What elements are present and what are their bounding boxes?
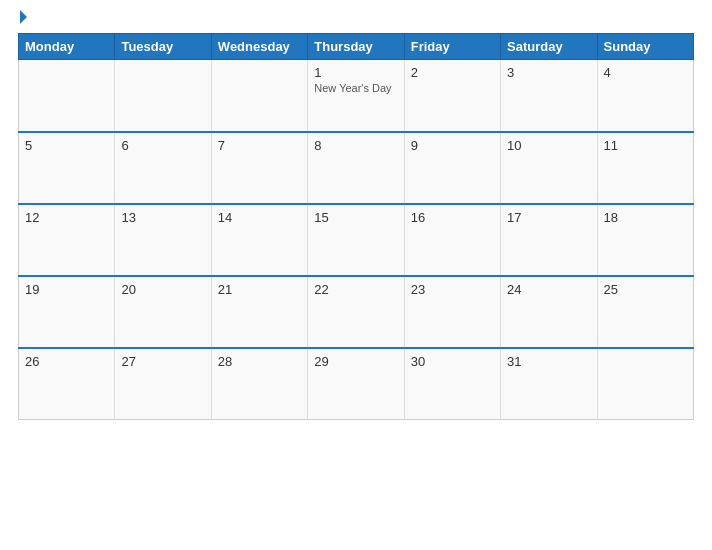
- calendar-week-row: 567891011: [19, 132, 694, 204]
- logo: [18, 10, 27, 25]
- calendar-week-row: 19202122232425: [19, 276, 694, 348]
- calendar-cell: 7: [211, 132, 307, 204]
- day-number: 28: [218, 354, 301, 369]
- calendar-cell: 17: [501, 204, 597, 276]
- calendar-week-row: 262728293031: [19, 348, 694, 420]
- day-number: 18: [604, 210, 687, 225]
- calendar-cell: 3: [501, 60, 597, 132]
- calendar-cell: [211, 60, 307, 132]
- calendar-cell: [597, 348, 693, 420]
- calendar-cell: 29: [308, 348, 404, 420]
- day-number: 12: [25, 210, 108, 225]
- calendar-cell: 4: [597, 60, 693, 132]
- day-header-thursday: Thursday: [308, 34, 404, 60]
- calendar-cell: 31: [501, 348, 597, 420]
- day-number: 6: [121, 138, 204, 153]
- day-header-saturday: Saturday: [501, 34, 597, 60]
- day-number: 19: [25, 282, 108, 297]
- day-header-friday: Friday: [404, 34, 500, 60]
- day-number: 4: [604, 65, 687, 80]
- calendar-cell: 1New Year's Day: [308, 60, 404, 132]
- day-header-sunday: Sunday: [597, 34, 693, 60]
- day-number: 3: [507, 65, 590, 80]
- day-number: 22: [314, 282, 397, 297]
- calendar-cell: 9: [404, 132, 500, 204]
- calendar-cell: [115, 60, 211, 132]
- day-number: 14: [218, 210, 301, 225]
- calendar-cell: 8: [308, 132, 404, 204]
- holiday-label: New Year's Day: [314, 82, 397, 94]
- day-number: 16: [411, 210, 494, 225]
- calendar-cell: 2: [404, 60, 500, 132]
- calendar-cell: 20: [115, 276, 211, 348]
- day-header-tuesday: Tuesday: [115, 34, 211, 60]
- day-header-wednesday: Wednesday: [211, 34, 307, 60]
- day-number: 29: [314, 354, 397, 369]
- calendar-container: MondayTuesdayWednesdayThursdayFridaySatu…: [0, 0, 712, 550]
- calendar-cell: 26: [19, 348, 115, 420]
- day-number: 27: [121, 354, 204, 369]
- calendar-cell: 27: [115, 348, 211, 420]
- calendar-cell: 24: [501, 276, 597, 348]
- calendar-cell: 16: [404, 204, 500, 276]
- calendar-cell: 11: [597, 132, 693, 204]
- calendar-cell: 30: [404, 348, 500, 420]
- day-number: 9: [411, 138, 494, 153]
- day-number: 11: [604, 138, 687, 153]
- calendar-table: MondayTuesdayWednesdayThursdayFridaySatu…: [18, 33, 694, 420]
- day-number: 25: [604, 282, 687, 297]
- day-number: 1: [314, 65, 397, 80]
- day-number: 8: [314, 138, 397, 153]
- calendar-cell: [19, 60, 115, 132]
- calendar-cell: 22: [308, 276, 404, 348]
- calendar-cell: 6: [115, 132, 211, 204]
- day-number: 26: [25, 354, 108, 369]
- day-number: 17: [507, 210, 590, 225]
- logo-triangle-icon: [20, 10, 27, 24]
- calendar-cell: 14: [211, 204, 307, 276]
- day-number: 7: [218, 138, 301, 153]
- day-number: 30: [411, 354, 494, 369]
- day-number: 21: [218, 282, 301, 297]
- day-number: 24: [507, 282, 590, 297]
- calendar-week-row: 12131415161718: [19, 204, 694, 276]
- calendar-cell: 21: [211, 276, 307, 348]
- calendar-cell: 19: [19, 276, 115, 348]
- day-header-monday: Monday: [19, 34, 115, 60]
- days-header-row: MondayTuesdayWednesdayThursdayFridaySatu…: [19, 34, 694, 60]
- day-number: 20: [121, 282, 204, 297]
- calendar-cell: 25: [597, 276, 693, 348]
- calendar-cell: 10: [501, 132, 597, 204]
- calendar-cell: 12: [19, 204, 115, 276]
- day-number: 2: [411, 65, 494, 80]
- calendar-header: [18, 10, 694, 25]
- day-number: 10: [507, 138, 590, 153]
- calendar-week-row: 1New Year's Day234: [19, 60, 694, 132]
- day-number: 5: [25, 138, 108, 153]
- day-number: 13: [121, 210, 204, 225]
- day-number: 15: [314, 210, 397, 225]
- day-number: 31: [507, 354, 590, 369]
- calendar-cell: 23: [404, 276, 500, 348]
- calendar-cell: 18: [597, 204, 693, 276]
- calendar-cell: 28: [211, 348, 307, 420]
- day-number: 23: [411, 282, 494, 297]
- calendar-cell: 13: [115, 204, 211, 276]
- calendar-cell: 15: [308, 204, 404, 276]
- calendar-cell: 5: [19, 132, 115, 204]
